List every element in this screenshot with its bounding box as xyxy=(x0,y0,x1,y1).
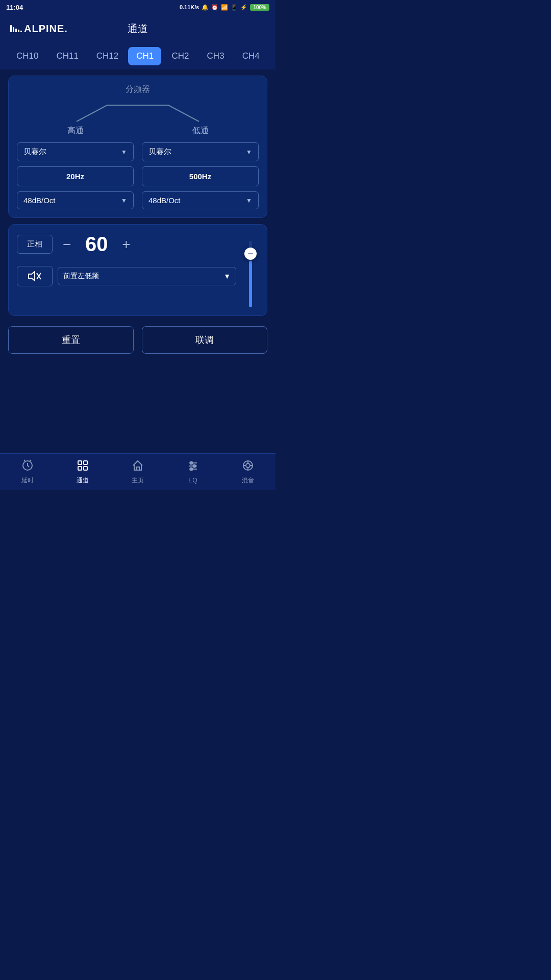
battery-icon: 100% xyxy=(250,4,269,11)
value-display: 60 xyxy=(81,233,112,256)
status-right: 0.11K/s 🔔 ⏰ 📶 📱 ⚡ 100% xyxy=(180,4,269,11)
crossover-card: 分频器 高通 贝赛尔 ▼ 20Hz 48dB/Oct ▼ xyxy=(8,76,267,218)
chevron-down-icon-5: ▼ xyxy=(223,272,231,280)
low-pass-column: 低通 贝赛尔 ▼ 500Hz 48dB/Oct ▼ xyxy=(142,126,259,209)
controls-left: 正相 − 60 + 前置左低频 ▼ xyxy=(17,233,236,307)
svg-marker-0 xyxy=(29,272,35,281)
mix-icon xyxy=(242,459,254,474)
svg-rect-8 xyxy=(78,467,82,470)
increase-button[interactable]: + xyxy=(118,236,134,253)
chevron-down-icon: ▼ xyxy=(121,149,127,156)
mute-source-row: 前置左低频 ▼ xyxy=(17,266,236,286)
channel-tabs: CH10 CH11 CH12 CH1 CH2 CH3 CH4 xyxy=(0,43,276,69)
slider-thumb-indicator xyxy=(248,253,253,254)
nav-label-delay: 延时 xyxy=(21,476,34,485)
tab-ch11[interactable]: CH11 xyxy=(48,47,86,65)
charging-icon: ⚡ xyxy=(240,4,247,11)
link-tune-button[interactable]: 联调 xyxy=(142,326,267,354)
high-pass-filter-value: 贝赛尔 xyxy=(23,147,46,157)
low-pass-label: 低通 xyxy=(192,126,209,136)
clock-icon xyxy=(21,459,34,474)
svg-rect-10 xyxy=(136,467,139,470)
nav-item-channel[interactable]: 通道 xyxy=(70,457,95,487)
high-pass-slope-select[interactable]: 48dB/Oct ▼ xyxy=(17,191,134,209)
source-select[interactable]: 前置左低频 ▼ xyxy=(58,267,236,285)
high-pass-filter-select[interactable]: 贝赛尔 ▼ xyxy=(17,142,134,161)
trapezoid-diagram xyxy=(17,101,259,124)
slider-track xyxy=(249,241,252,307)
high-pass-label: 高通 xyxy=(67,126,84,136)
svg-point-14 xyxy=(190,462,193,464)
page-title: 通道 xyxy=(128,22,148,36)
nav-item-home[interactable]: 主页 xyxy=(126,457,150,487)
logo-stripes xyxy=(10,25,22,32)
logo-text: ALPINE. xyxy=(24,23,68,35)
low-pass-filter-select[interactable]: 贝赛尔 ▼ xyxy=(142,142,259,161)
source-value: 前置左低频 xyxy=(63,272,99,281)
app-header: ALPINE. 通道 xyxy=(0,14,276,43)
nav-label-channel: 通道 xyxy=(77,476,89,485)
home-icon xyxy=(132,459,144,474)
network-speed: 0.11K/s xyxy=(180,4,199,10)
low-pass-frequency[interactable]: 500Hz xyxy=(142,166,259,186)
tab-ch3[interactable]: CH3 xyxy=(199,47,232,65)
nav-item-eq[interactable]: EQ xyxy=(181,458,205,486)
alpine-logo: ALPINE. xyxy=(10,23,68,35)
logo-stripe-2 xyxy=(13,27,14,32)
svg-point-18 xyxy=(246,463,250,468)
logo-stripe-5 xyxy=(20,31,22,32)
main-content: 分频器 高通 贝赛尔 ▼ 20Hz 48dB/Oct ▼ xyxy=(0,69,276,322)
nav-item-delay[interactable]: 延时 xyxy=(15,457,40,487)
svg-rect-9 xyxy=(84,467,87,470)
logo-stripe-3 xyxy=(15,29,17,32)
logo-stripe-1 xyxy=(10,25,12,32)
tab-ch2[interactable]: CH2 xyxy=(163,47,196,65)
chevron-down-icon-2: ▼ xyxy=(121,197,127,204)
signal-icon: 📱 xyxy=(231,4,238,11)
crossover-title: 分频器 xyxy=(17,84,259,95)
tab-ch4[interactable]: CH4 xyxy=(234,47,267,65)
crossover-columns: 高通 贝赛尔 ▼ 20Hz 48dB/Oct ▼ 低通 贝赛尔 ▼ 500Hz xyxy=(17,126,259,209)
action-row: 重置 联调 xyxy=(0,322,276,358)
nav-label-eq: EQ xyxy=(188,477,197,484)
bottom-nav: 延时 通道 主页 xyxy=(0,453,276,490)
reset-button[interactable]: 重置 xyxy=(8,326,134,354)
slider-fill xyxy=(249,261,252,307)
svg-line-4 xyxy=(24,460,25,461)
phase-button[interactable]: 正相 xyxy=(17,235,53,254)
alarm-icon: ⏰ xyxy=(211,4,218,11)
tab-ch1[interactable]: CH1 xyxy=(128,47,161,65)
low-pass-filter-value: 贝赛尔 xyxy=(148,147,171,157)
svg-rect-6 xyxy=(78,461,82,464)
decrease-button[interactable]: − xyxy=(59,236,75,253)
low-pass-slope-select[interactable]: 48dB/Oct ▼ xyxy=(142,191,259,209)
status-time: 11:04 xyxy=(6,4,23,11)
high-pass-slope-value: 48dB/Oct xyxy=(23,196,56,205)
wifi-icon: 📶 xyxy=(221,4,228,11)
logo-stripe-4 xyxy=(18,30,19,32)
svg-point-16 xyxy=(190,468,193,471)
nav-item-mix[interactable]: 混音 xyxy=(236,457,260,487)
volume-slider[interactable] xyxy=(242,233,259,307)
chevron-down-icon-3: ▼ xyxy=(246,149,252,156)
tab-ch12[interactable]: CH12 xyxy=(88,47,126,65)
high-pass-column: 高通 贝赛尔 ▼ 20Hz 48dB/Oct ▼ xyxy=(17,126,134,209)
tab-ch10[interactable]: CH10 xyxy=(8,47,46,65)
controls-card: 正相 − 60 + 前置左低频 ▼ xyxy=(8,224,267,316)
svg-rect-7 xyxy=(84,461,87,464)
high-pass-frequency[interactable]: 20Hz xyxy=(17,166,134,186)
nav-label-mix: 混音 xyxy=(242,476,254,485)
status-bar: 11:04 0.11K/s 🔔 ⏰ 📶 📱 ⚡ 100% xyxy=(0,0,276,14)
svg-point-15 xyxy=(193,465,196,468)
phase-value-row: 正相 − 60 + xyxy=(17,233,236,256)
svg-line-5 xyxy=(30,460,31,461)
mute-button[interactable] xyxy=(17,266,53,286)
chevron-down-icon-4: ▼ xyxy=(246,197,252,204)
nav-label-home: 主页 xyxy=(132,476,144,485)
eq-icon xyxy=(187,460,199,475)
crossover-shape-svg xyxy=(56,101,219,124)
mute-icon xyxy=(28,271,42,282)
low-pass-slope-value: 48dB/Oct xyxy=(148,196,181,205)
bell-icon: 🔔 xyxy=(202,4,209,11)
slider-thumb[interactable] xyxy=(244,248,257,260)
